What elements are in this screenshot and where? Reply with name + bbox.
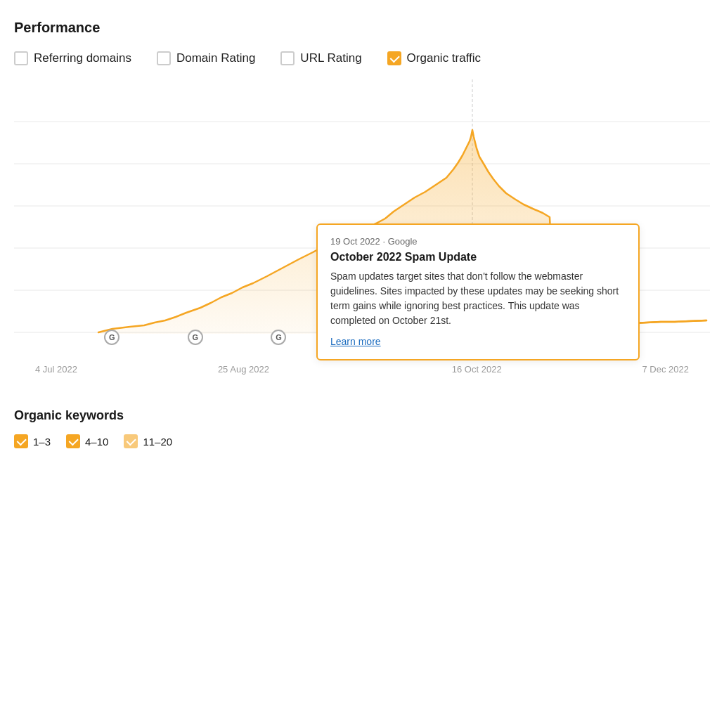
g-marker-1[interactable]: G — [104, 330, 119, 345]
main-container: Performance Referring domains Domain Rat… — [0, 0, 724, 462]
google-update-tooltip: 19 Oct 2022 · Google October 2022 Spam U… — [316, 223, 640, 360]
date-label-1: 4 Jul 2022 — [35, 364, 77, 375]
date-labels: 4 Jul 2022 25 Aug 2022 16 Oct 2022 7 Dec… — [14, 364, 710, 375]
checkbox-url-rating[interactable]: URL Rating — [280, 51, 361, 65]
keywords-checkboxes-row: 1–3 4–10 11–20 — [14, 434, 710, 448]
checkbox-organic-traffic-box[interactable] — [387, 51, 401, 65]
page-title: Performance — [14, 20, 710, 36]
tooltip-body: Spam updates target sites that don't fol… — [330, 269, 626, 328]
checkbox-domain-rating-label: Domain Rating — [176, 51, 255, 65]
organic-keywords-title: Organic keywords — [14, 408, 710, 423]
tooltip-title: October 2022 Spam Update — [330, 251, 626, 264]
checkbox-url-rating-box[interactable] — [280, 51, 295, 65]
checkbox-organic-traffic-label: Organic traffic — [407, 51, 481, 65]
kw-checkbox-1-3-box[interactable] — [14, 434, 28, 448]
kw-range-4-10-label: 4–10 — [85, 436, 108, 448]
checkbox-referring-domains-label: Referring domains — [34, 51, 131, 65]
checkbox-referring-domains-box[interactable] — [14, 51, 28, 65]
chart-area: G G G G G G G 4 Jul 2022 25 Aug 2022 16 … — [14, 79, 710, 382]
kw-range-1-3-label: 1–3 — [33, 436, 51, 448]
kw-range-11-20-label: 11–20 — [143, 436, 172, 448]
date-label-2: 25 Aug 2022 — [218, 364, 269, 375]
learn-more-link[interactable]: Learn more — [330, 336, 381, 347]
checkbox-domain-rating[interactable]: Domain Rating — [157, 51, 255, 65]
kw-checkbox-11-20[interactable]: 11–20 — [124, 434, 172, 448]
tooltip-date: 19 Oct 2022 · Google — [330, 236, 626, 247]
g-marker-3[interactable]: G — [271, 330, 286, 345]
kw-checkbox-4-10-box[interactable] — [66, 434, 80, 448]
checkbox-organic-traffic[interactable]: Organic traffic — [387, 51, 481, 65]
kw-checkbox-1-3[interactable]: 1–3 — [14, 434, 51, 448]
checkboxes-row: Referring domains Domain Rating URL Rati… — [14, 51, 710, 65]
date-label-4: 7 Dec 2022 — [642, 364, 689, 375]
g-marker-2[interactable]: G — [188, 330, 203, 345]
checkbox-url-rating-label: URL Rating — [300, 51, 361, 65]
bottom-section: Organic keywords 1–3 4–10 11–20 — [14, 401, 710, 448]
date-label-3: 16 Oct 2022 — [452, 364, 502, 375]
checkbox-domain-rating-box[interactable] — [157, 51, 171, 65]
checkbox-referring-domains[interactable]: Referring domains — [14, 51, 131, 65]
kw-checkbox-11-20-box[interactable] — [124, 434, 138, 448]
kw-checkbox-4-10[interactable]: 4–10 — [66, 434, 108, 448]
